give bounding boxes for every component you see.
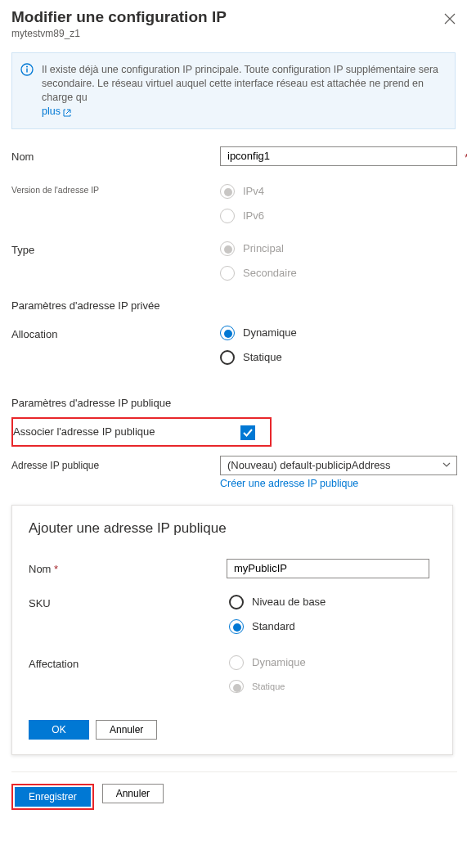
panel-ok-button[interactable]: OK: [29, 720, 89, 740]
public-address-dropdown[interactable]: (Nouveau) default-publicipAddress: [220, 456, 457, 475]
ip-version-label: Version de l'adresse IP: [11, 182, 220, 195]
panel-name-label: Nom: [29, 559, 227, 575]
radio-principal-label: Principal: [243, 242, 284, 254]
allocation-label: Allocation: [11, 324, 220, 340]
info-callout: Il existe déjà une configuration IP prin…: [11, 52, 456, 129]
create-public-ip-link[interactable]: Créer une adresse IP publique: [220, 478, 358, 489]
info-more-link[interactable]: plus: [42, 106, 61, 117]
panel-cancel-button[interactable]: Annuler: [96, 720, 157, 740]
panel-title: Ajouter une adresse IP publique: [29, 520, 436, 537]
radio-icon: [220, 326, 235, 340]
radio-principal: Principal: [220, 241, 460, 256]
info-text: Il existe déjà une configuration IP prin…: [42, 64, 438, 103]
radio-secondaire: Secondaire: [220, 266, 460, 281]
radio-ipv4-label: IPv4: [243, 185, 264, 197]
sku-label: SKU: [29, 593, 229, 609]
radio-standard-label: Standard: [252, 620, 295, 632]
chevron-down-icon: [442, 460, 451, 470]
external-link-icon: [63, 107, 71, 115]
radio-secondaire-label: Secondaire: [243, 267, 297, 279]
radio-icon: [220, 209, 235, 223]
divider: [11, 771, 457, 772]
radio-dynamic-label: Dynamique: [243, 326, 297, 339]
radio-icon: [229, 680, 244, 693]
subtitle: mytestvm89_z1: [11, 28, 467, 39]
panel-name-input[interactable]: [227, 559, 429, 578]
radio-allocation-static[interactable]: Statique: [220, 350, 460, 365]
cancel-button[interactable]: Annuler: [102, 784, 164, 803]
close-icon[interactable]: [444, 13, 456, 25]
radio-icon: [220, 350, 235, 365]
private-ip-header: Paramètres d'adresse IP privée: [11, 299, 467, 312]
create-public-ip-panel: Ajouter une adresse IP publique Nom SKU …: [11, 505, 453, 755]
page-title: Modifier une configuration IP: [11, 8, 444, 26]
radio-ipv6-label: IPv6: [243, 209, 264, 222]
radio-assign-dyn-label: Dynamique: [252, 656, 306, 668]
radio-icon: [220, 184, 235, 199]
radio-ipv6: IPv6: [220, 209, 460, 223]
radio-icon: [220, 241, 235, 256]
save-highlight: Enregistrer: [11, 784, 94, 810]
radio-sku-standard[interactable]: Standard: [229, 619, 429, 634]
svg-rect-2: [26, 69, 27, 73]
radio-sku-basic[interactable]: Niveau de base: [229, 595, 429, 609]
dropdown-selected: (Nouveau) default-publicipAddress: [227, 459, 390, 471]
info-icon: [20, 63, 34, 119]
radio-assignment-static: Statique: [229, 680, 429, 693]
public-address-label: Adresse IP publique: [11, 456, 220, 471]
radio-assign-stat-label: Statique: [252, 681, 285, 691]
radio-assignment-dynamic: Dynamique: [229, 655, 429, 670]
assignment-label: Affectation: [29, 654, 229, 670]
radio-icon: [220, 266, 235, 281]
radio-icon: [229, 655, 244, 670]
public-ip-header: Paramètres d'adresse IP publique: [11, 397, 467, 409]
radio-ipv4: IPv4: [220, 184, 460, 199]
radio-icon: [229, 619, 244, 634]
associate-label: Associer l'adresse IP publique: [13, 424, 240, 438]
associate-checkbox[interactable]: [240, 425, 255, 440]
radio-basic-label: Niveau de base: [252, 596, 326, 608]
radio-icon: [229, 595, 244, 609]
type-label: Type: [11, 240, 220, 256]
name-label: Nom: [11, 146, 220, 163]
svg-point-1: [26, 66, 28, 68]
radio-allocation-dynamic[interactable]: Dynamique: [220, 326, 460, 340]
save-button[interactable]: Enregistrer: [15, 787, 91, 807]
associate-highlight: Associer l'adresse IP publique: [11, 417, 272, 447]
name-input[interactable]: [220, 146, 457, 166]
radio-static-label: Statique: [243, 351, 282, 363]
